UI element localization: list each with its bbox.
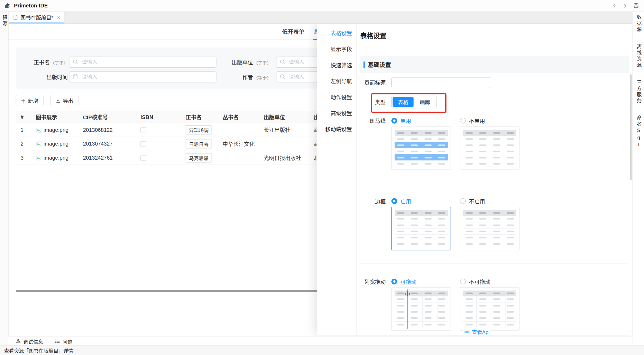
settings-nav: 表格设置 显示字段 快速筛选 左侧导航 动作设置 高级设置 移动端设置 bbox=[317, 24, 357, 335]
cell-book-title: 日思日睿 bbox=[181, 139, 218, 149]
app-title: Primeton-IDE bbox=[14, 2, 48, 8]
right-dock-item-datasource[interactable]: 数据源 bbox=[636, 14, 641, 33]
field-label-book-title: 正书名〈等于〉 bbox=[16, 58, 68, 66]
status-bar: 查看资源「图书在版编目」详情 bbox=[0, 345, 644, 355]
debug-info-button[interactable]: 调试信息 bbox=[16, 338, 43, 344]
radio-dot bbox=[460, 118, 466, 124]
right-dock-item-named-sql[interactable]: 命名Sql bbox=[636, 115, 641, 148]
border-row: 边框 启用 不启用 bbox=[360, 197, 629, 205]
image-icon bbox=[36, 155, 42, 161]
plus-icon bbox=[21, 98, 25, 103]
chevron-left-icon bbox=[612, 3, 617, 8]
editor-surface: 低开表单 默认 正书名〈等于〉 出版单位〈等于〉 bbox=[8, 24, 633, 336]
cell-publisher: 光明日报出版社 bbox=[259, 154, 309, 161]
titlebar: Primeton-IDE bbox=[0, 0, 644, 11]
image-icon bbox=[36, 141, 42, 147]
close-icon[interactable]: × bbox=[57, 15, 60, 20]
app-logo-icon bbox=[4, 2, 11, 9]
section-title: 基础设置 bbox=[368, 60, 391, 69]
search-icon bbox=[280, 74, 286, 80]
settings-nav-advanced[interactable]: 高级设置 bbox=[317, 106, 357, 121]
cell-book-title: 异现场调 bbox=[181, 125, 218, 135]
book-title-chip[interactable]: 异现场调 bbox=[186, 125, 212, 135]
col-isbn: ISBN bbox=[136, 114, 181, 120]
left-dock-item-resources[interactable]: 资源 bbox=[1, 15, 7, 346]
document-icon bbox=[13, 15, 18, 20]
cell-cip: 2013242761 bbox=[78, 155, 136, 161]
page-title-input[interactable] bbox=[391, 77, 490, 88]
book-title-input[interactable] bbox=[69, 57, 217, 68]
screenshot-root: Primeton-IDE 资源 数据源 离线资源 三方服务 命名Sql 图书在版… bbox=[0, 0, 644, 355]
field-op: 〈等于〉 bbox=[50, 60, 68, 65]
field-label-publish-date: 出版时间 bbox=[16, 73, 68, 81]
cell-index: 1 bbox=[16, 127, 31, 133]
issues-button[interactable]: 问题 bbox=[55, 338, 72, 344]
save-icon bbox=[633, 3, 638, 8]
drag-previews bbox=[391, 287, 629, 331]
type-option-table[interactable]: 表格 bbox=[393, 97, 414, 107]
download-icon bbox=[56, 98, 60, 103]
status-text: 查看资源「图书在版编目」详情 bbox=[4, 347, 73, 354]
divider bbox=[360, 263, 629, 264]
cell-isbn bbox=[136, 155, 181, 161]
isbn-checkbox[interactable] bbox=[140, 141, 146, 147]
nav-back-button[interactable] bbox=[610, 1, 619, 10]
settings-nav-mobile[interactable]: 移动端设置 bbox=[317, 121, 357, 137]
view-api-row: 查看Api bbox=[463, 327, 629, 335]
cell-image: image.png bbox=[31, 141, 78, 147]
radio-dot bbox=[460, 279, 466, 284]
type-option-gallery[interactable]: 画廊 bbox=[414, 97, 435, 107]
settings-nav-table[interactable]: 表格设置 bbox=[317, 25, 357, 41]
cell-isbn bbox=[136, 141, 181, 147]
settings-header: 表格设置 bbox=[360, 24, 629, 47]
nav-forward-button[interactable] bbox=[621, 1, 629, 10]
center-area: 图书在版编目* × 低开表单 默认 正书名〈等于〉 bbox=[8, 11, 633, 345]
right-dock-item-offline-resources[interactable]: 离线资源 bbox=[636, 44, 641, 69]
field-op: 〈等于〉 bbox=[254, 60, 271, 65]
zebra-disabled-radio[interactable]: 不启用 bbox=[460, 117, 485, 124]
col-book-title: 正书名 bbox=[181, 113, 218, 121]
horizontal-scrollbar[interactable] bbox=[16, 290, 317, 292]
border-disabled-preview bbox=[460, 207, 520, 250]
list-icon bbox=[55, 338, 60, 344]
border-disabled-radio[interactable]: 不启用 bbox=[460, 197, 485, 205]
zebra-enabled-radio[interactable]: 启用 bbox=[391, 117, 411, 124]
drag-enabled-radio[interactable]: 可拖动 bbox=[391, 278, 416, 285]
settings-nav-fields[interactable]: 显示字段 bbox=[317, 41, 357, 57]
export-button[interactable]: 导出 bbox=[50, 95, 78, 106]
settings-nav-quick-filter[interactable]: 快速筛选 bbox=[317, 58, 357, 73]
view-api-link[interactable]: 查看Api bbox=[463, 327, 490, 335]
drag-disabled-radio[interactable]: 不可拖动 bbox=[460, 278, 491, 285]
section-basic-settings: 基础设置 bbox=[360, 56, 629, 73]
isbn-checkbox[interactable] bbox=[140, 127, 146, 133]
border-enabled-radio[interactable]: 启用 bbox=[391, 197, 411, 205]
border-enabled-preview bbox=[391, 207, 451, 250]
field-label-author: 作者〈等于〉 bbox=[230, 73, 271, 81]
zebra-previews bbox=[391, 126, 629, 170]
right-dock-item-third-party-services[interactable]: 三方服务 bbox=[636, 80, 641, 104]
drag-enabled-preview bbox=[391, 287, 451, 331]
page-title-row: 页面标题 bbox=[360, 77, 629, 88]
settings-body: 表格设置 基础设置 页面标题 类型 表格 bbox=[357, 24, 633, 335]
settings-nav-actions[interactable]: 动作设置 bbox=[317, 89, 357, 105]
page-title-label: 页面标题 bbox=[360, 79, 386, 86]
editor-tabbar: 图书在版编目* × bbox=[8, 11, 633, 24]
editor-tab-book-cataloging[interactable]: 图书在版编目* × bbox=[9, 11, 65, 23]
right-dock: 数据源 离线资源 三方服务 命名Sql bbox=[633, 11, 644, 345]
col-series: 丛书名 bbox=[218, 113, 259, 121]
panel-scrollbar[interactable] bbox=[630, 74, 632, 180]
isbn-checkbox[interactable] bbox=[140, 155, 146, 161]
publish-date-input[interactable] bbox=[69, 71, 217, 82]
field-op: 〈等于〉 bbox=[254, 75, 271, 80]
zebra-row: 斑马线 启用 不启用 bbox=[360, 117, 629, 125]
save-button[interactable] bbox=[632, 1, 640, 10]
settings-nav-left-nav[interactable]: 左侧导航 bbox=[317, 73, 357, 89]
col-book-image: 图书展示 bbox=[31, 113, 78, 121]
app-window: Primeton-IDE 资源 数据源 离线资源 三方服务 命名Sql 图书在版… bbox=[0, 0, 644, 355]
field-label-publisher: 出版单位〈等于〉 bbox=[230, 58, 271, 66]
column-drag-label: 列宽拖动 bbox=[360, 278, 386, 285]
book-title-chip[interactable]: 马克思恩 bbox=[186, 153, 212, 163]
add-button[interactable]: 新增 bbox=[16, 95, 44, 106]
tab-lowcode-form[interactable]: 低开表单 bbox=[281, 27, 305, 39]
book-title-chip[interactable]: 日思日睿 bbox=[186, 139, 212, 149]
